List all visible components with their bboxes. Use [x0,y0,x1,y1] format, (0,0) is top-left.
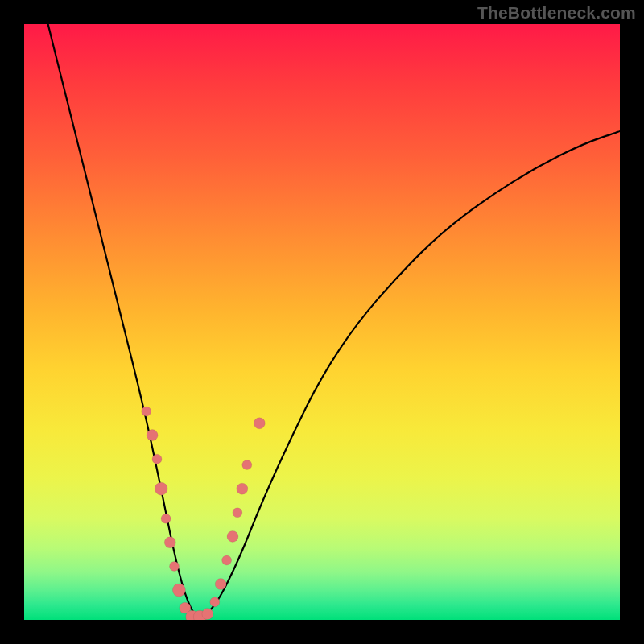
chart-frame: TheBottleneck.com [0,0,644,644]
bottleneck-curve [48,24,620,616]
highlight-dot [242,460,252,470]
highlight-dot [142,407,151,416]
highlight-dot [215,579,226,590]
highlight-dot [254,418,265,429]
highlight-dot [170,561,180,571]
highlight-dot [210,597,220,607]
highlight-dot [227,530,238,542]
highlighted-points-group [142,407,266,620]
highlight-dot [161,514,171,523]
highlight-dot [186,610,199,620]
highlight-dot [164,537,175,548]
highlight-dot [152,454,162,464]
highlight-dot [237,483,248,494]
plot-area [24,24,620,620]
highlight-dot [172,584,185,597]
highlight-dot [202,609,213,620]
highlight-dot [233,508,242,518]
highlight-dot [193,610,206,620]
watermark-text: TheBottleneck.com [477,3,636,23]
chart-svg [24,24,620,620]
highlight-dot [147,430,158,441]
highlight-dot [180,602,191,613]
highlight-dot [155,482,167,495]
highlight-dot [222,555,232,565]
